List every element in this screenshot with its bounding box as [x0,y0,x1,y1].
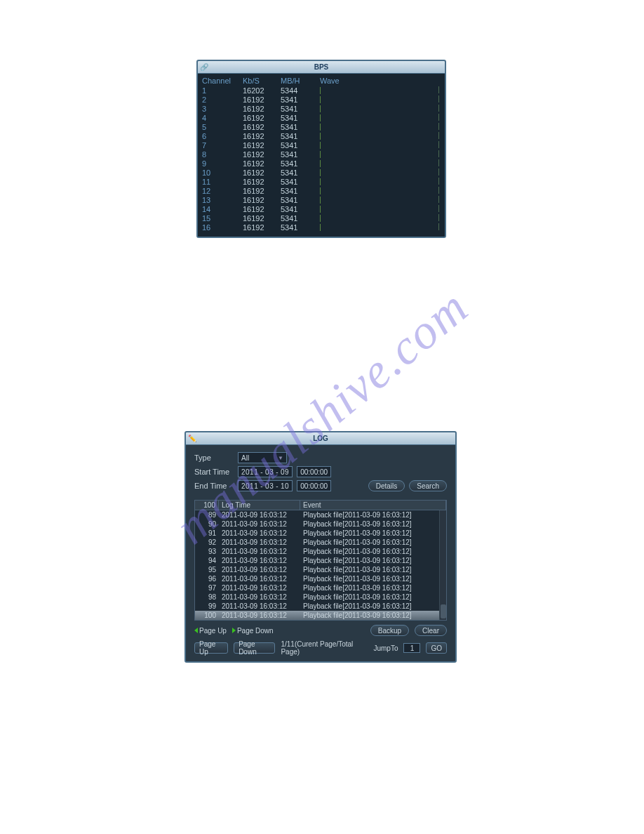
log-type-select[interactable]: All ▼ [238,452,287,463]
bps-cell-channel: 11 [202,178,243,187]
start-min: 00 [310,468,318,476]
wave-tick-icon [320,133,321,140]
pagedown-button[interactable]: Page Down [234,642,275,654]
bps-cell-wave [320,141,441,150]
bps-cell-mbh: 5344 [281,86,320,95]
log-cell-index: 94 [195,556,219,565]
bps-cell-kbs: 16192 [243,159,281,168]
log-cell-event: Playback file[2011-03-09 16:03:12] [300,593,446,602]
bps-cell-kbs: 16192 [243,95,281,105]
wave-end-tick-icon [438,214,439,221]
log-cell-event: Playback file[2011-03-09 16:03:12] [300,574,446,583]
log-start-date[interactable]: 2011- 03- 09 [238,466,293,477]
end-day: 10 [281,482,289,490]
backup-button[interactable]: Backup [370,625,409,636]
log-row[interactable]: 952011-03-09 16:03:12Playback file[2011-… [195,565,446,574]
bps-cell-channel: 14 [202,205,243,214]
pagedown-link[interactable]: Page Down [232,627,274,635]
bps-cell-mbh: 5341 [281,178,320,187]
pageup-link[interactable]: Page Up [194,627,227,635]
wave-tick-icon [320,114,321,121]
log-row[interactable]: 962011-03-09 16:03:12Playback file[2011-… [195,574,446,583]
bps-cell-kbs: 16192 [243,168,281,178]
log-cell-index: 89 [195,510,219,519]
log-cell-index: 95 [195,565,219,574]
bps-cell-channel: 7 [202,141,243,150]
log-type-row: Type All ▼ [194,452,447,463]
log-titlebar[interactable]: ✏️ LOG [186,432,455,445]
log-scrollbar[interactable] [439,510,446,620]
bps-row: 16161925341 [202,223,441,232]
wave-end-tick-icon [438,150,439,157]
log-cell-index: 91 [195,529,219,538]
bps-cell-channel: 1 [202,86,243,95]
bps-row: 12161925341 [202,187,441,196]
bps-row: 8161925341 [202,150,441,159]
bps-cell-wave [320,114,441,123]
wave-end-tick-icon [438,187,439,194]
log-footer: Page Up Page Down Backup Clear Page Up P… [186,621,455,661]
go-button[interactable]: GO [426,642,447,654]
bps-cell-channel: 16 [202,223,243,232]
log-start-time[interactable]: 00 : 00 : 00 [297,466,331,477]
bps-titlebar[interactable]: 🔗 BPS [198,61,445,74]
bps-header-channel: Channel [202,77,243,85]
log-row[interactable]: 992011-03-09 16:03:12Playback file[2011-… [195,602,446,611]
log-header-time: Log Time [219,501,300,510]
search-button[interactable]: Search [409,480,447,491]
bps-cell-channel: 6 [202,132,243,141]
log-row[interactable]: 922011-03-09 16:03:12Playback file[2011-… [195,538,446,547]
bps-header-mbh: MB/H [281,77,320,85]
log-end-date[interactable]: 2011- 03- 10 [238,480,293,491]
wave-end-tick-icon [438,132,439,139]
wave-tick-icon [320,105,321,112]
end-year: 2011 [241,482,258,490]
log-cell-index: 96 [195,574,219,583]
bps-row: 11161925341 [202,178,441,187]
pageup-button[interactable]: Page Up [194,642,228,654]
bps-cell-wave [320,105,441,114]
pagedown-link-label: Page Down [237,627,274,635]
log-body: Type All ▼ Start Time 2011- 03- 09 00 : … [186,445,455,497]
bps-cell-mbh: 5341 [281,123,320,132]
log-header-event: Event [300,501,446,510]
bps-cell-wave [320,214,441,223]
bps-cell-wave [320,178,441,187]
jumpto-input[interactable] [403,643,420,653]
bps-row: 14161925341 [202,205,441,214]
log-row[interactable]: 912011-03-09 16:03:12Playback file[2011-… [195,529,446,538]
bps-cell-wave [320,187,441,196]
log-row[interactable]: 972011-03-09 16:03:12Playback file[2011-… [195,583,446,593]
log-cell-event: Playback file[2011-03-09 16:03:12] [300,583,446,593]
wave-end-tick-icon [438,205,439,212]
log-row[interactable]: 932011-03-09 16:03:12Playback file[2011-… [195,547,446,556]
log-row[interactable]: 892011-03-09 16:03:12Playback file[2011-… [195,510,446,519]
bps-cell-mbh: 5341 [281,168,320,178]
log-window: ✏️ LOG Type All ▼ Start Time 2011- 03- 0… [185,431,457,663]
log-cell-event: Playback file[2011-03-09 16:03:12] [300,611,446,620]
clear-button[interactable]: Clear [415,625,447,636]
log-row[interactable]: 902011-03-09 16:03:12Playback file[2011-… [195,519,446,529]
start-hour: 00 [300,468,308,476]
bps-row: 5161925341 [202,123,441,132]
log-start-row: Start Time 2011- 03- 09 00 : 00 : 00 [194,466,447,477]
details-button[interactable]: Details [368,480,405,491]
log-row[interactable]: 1002011-03-09 16:03:12Playback file[2011… [195,611,446,620]
log-row[interactable]: 982011-03-09 16:03:12Playback file[2011-… [195,593,446,602]
bps-cell-mbh: 5341 [281,132,320,141]
bps-cell-wave [320,86,441,95]
bps-row: 2161925341 [202,95,441,105]
log-row[interactable]: 942011-03-09 16:03:12Playback file[2011-… [195,556,446,565]
log-cell-index: 100 [195,611,219,620]
log-cell-time: 2011-03-09 16:03:12 [219,538,300,547]
start-year: 2011 [241,468,258,476]
wave-end-tick-icon [438,168,439,176]
log-cell-time: 2011-03-09 16:03:12 [219,602,300,611]
log-cell-time: 2011-03-09 16:03:12 [219,593,300,602]
log-end-time[interactable]: 00 : 00 : 00 [297,480,331,491]
log-end-label: End Time [194,482,234,490]
bps-cell-kbs: 16192 [243,214,281,223]
log-scroll-thumb[interactable] [441,604,446,618]
log-cell-index: 90 [195,519,219,529]
end-hour: 00 [300,482,308,490]
